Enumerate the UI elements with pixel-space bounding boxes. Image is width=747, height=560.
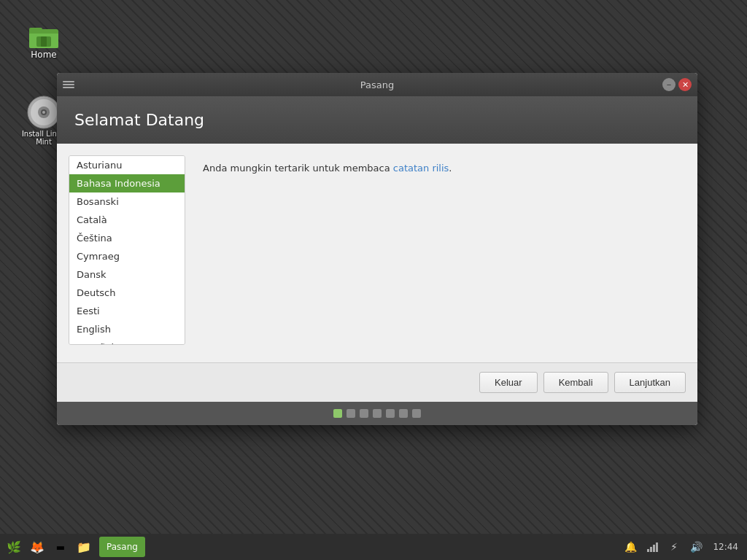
svg-rect-11 bbox=[647, 549, 649, 552]
progress-dot-5 bbox=[386, 409, 395, 418]
minimize-button[interactable]: − bbox=[662, 78, 676, 91]
titlebar-menu-icon[interactable] bbox=[63, 79, 74, 90]
taskbar: 🌿 🦊 ▬ 📁 Pasang 🔔 bbox=[0, 534, 747, 560]
back-button[interactable]: Kembali bbox=[543, 372, 608, 393]
release-notes-link[interactable]: catatan rilis bbox=[393, 163, 449, 174]
window-header: Selamat Datang bbox=[57, 96, 697, 144]
taskbar-left: 🌿 🦊 ▬ 📁 Pasang bbox=[3, 536, 145, 558]
titlebar-title: Pasang bbox=[360, 79, 394, 90]
terminal-icon: ▬ bbox=[56, 542, 65, 553]
progress-dot-1 bbox=[333, 409, 342, 418]
taskbar-clock: 12:44 bbox=[709, 542, 738, 552]
close-button[interactable]: ✕ bbox=[678, 78, 692, 91]
svg-rect-3 bbox=[29, 28, 42, 32]
taskbar-firefox-button[interactable]: 🦊 bbox=[26, 536, 48, 558]
taskbar-terminal-button[interactable]: ▬ bbox=[50, 536, 71, 558]
titlebar: Pasang − ✕ bbox=[57, 73, 697, 96]
home-folder-icon bbox=[26, 15, 61, 50]
desktop-icon-home[interactable]: Home bbox=[15, 15, 73, 60]
release-notes-suffix: . bbox=[449, 163, 452, 174]
installer-window: Pasang − ✕ Selamat Datang Asturianu Baha… bbox=[57, 73, 697, 425]
taskbar-power-icon[interactable]: ⚡ bbox=[665, 538, 683, 556]
titlebar-controls: − ✕ bbox=[662, 78, 692, 91]
taskbar-files-button[interactable]: 📁 bbox=[73, 536, 95, 558]
lang-deutsch[interactable]: Deutsch bbox=[69, 284, 185, 302]
svg-rect-5 bbox=[41, 36, 47, 47]
progress-dot-7 bbox=[412, 409, 421, 418]
taskbar-menu-button[interactable]: 🌿 bbox=[3, 536, 25, 558]
progress-dot-6 bbox=[399, 409, 408, 418]
lang-eesti[interactable]: Eesti bbox=[69, 302, 185, 320]
install-disc-icon bbox=[26, 95, 61, 130]
files-icon: 📁 bbox=[77, 540, 91, 554]
taskbar-right: 🔔 ⚡ 🔊 12:44 bbox=[622, 538, 744, 556]
quit-button[interactable]: Keluar bbox=[479, 372, 538, 393]
svg-rect-12 bbox=[650, 547, 652, 552]
lang-dansk[interactable]: Dansk bbox=[69, 265, 185, 284]
page-title: Selamat Datang bbox=[74, 111, 680, 129]
lang-cestina[interactable]: Čeština bbox=[69, 229, 185, 247]
svg-point-10 bbox=[42, 111, 45, 114]
intro-text: Anda mungkin tertarik untuk membaca bbox=[203, 163, 393, 174]
right-content: Anda mungkin tertarik untuk membaca cata… bbox=[197, 155, 686, 351]
lang-asturianu[interactable]: Asturianu bbox=[69, 156, 185, 174]
window-bottom-bar: Keluar Kembali Lanjutkan bbox=[57, 362, 697, 402]
next-button[interactable]: Lanjutkan bbox=[614, 372, 686, 393]
network-icon-svg bbox=[646, 541, 658, 553]
progress-dot-3 bbox=[360, 409, 368, 418]
window-content: Asturianu Bahasa Indonesia Bosanski Cata… bbox=[57, 144, 697, 362]
firefox-icon: 🦊 bbox=[30, 540, 44, 554]
desktop: Home Install LinuxMint Pasang − ✕ Selam bbox=[0, 0, 747, 560]
taskbar-notifications-icon[interactable]: 🔔 bbox=[622, 538, 639, 556]
taskbar-window-pasang[interactable]: Pasang bbox=[99, 537, 145, 557]
taskbar-volume-icon[interactable]: 🔊 bbox=[687, 538, 705, 556]
home-icon-label: Home bbox=[31, 50, 56, 60]
lang-catala[interactable]: Català bbox=[69, 211, 185, 229]
progress-dots bbox=[57, 402, 697, 425]
lang-espanol[interactable]: Español bbox=[69, 338, 185, 345]
lang-english[interactable]: English bbox=[69, 320, 185, 338]
menu-icon: 🌿 bbox=[7, 540, 21, 554]
taskbar-window-label: Pasang bbox=[107, 542, 138, 552]
language-list[interactable]: Asturianu Bahasa Indonesia Bosanski Cata… bbox=[69, 155, 185, 345]
svg-rect-13 bbox=[653, 545, 655, 552]
lang-bosanski[interactable]: Bosanski bbox=[69, 192, 185, 211]
lang-bahasa-indonesia[interactable]: Bahasa Indonesia bbox=[69, 174, 185, 192]
progress-dot-2 bbox=[347, 409, 355, 418]
taskbar-network-icon[interactable] bbox=[643, 538, 661, 556]
lang-cymraeg[interactable]: Cymraeg bbox=[69, 247, 185, 265]
svg-rect-14 bbox=[656, 542, 658, 552]
progress-dot-4 bbox=[373, 409, 382, 418]
